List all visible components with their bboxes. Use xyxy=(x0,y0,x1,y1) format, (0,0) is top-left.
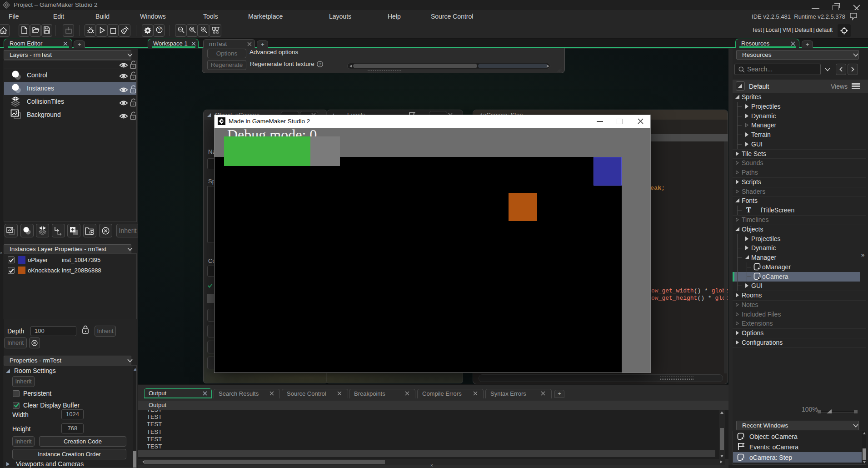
svg-text:?: ? xyxy=(319,62,321,66)
svg-text:?: ? xyxy=(158,27,161,32)
